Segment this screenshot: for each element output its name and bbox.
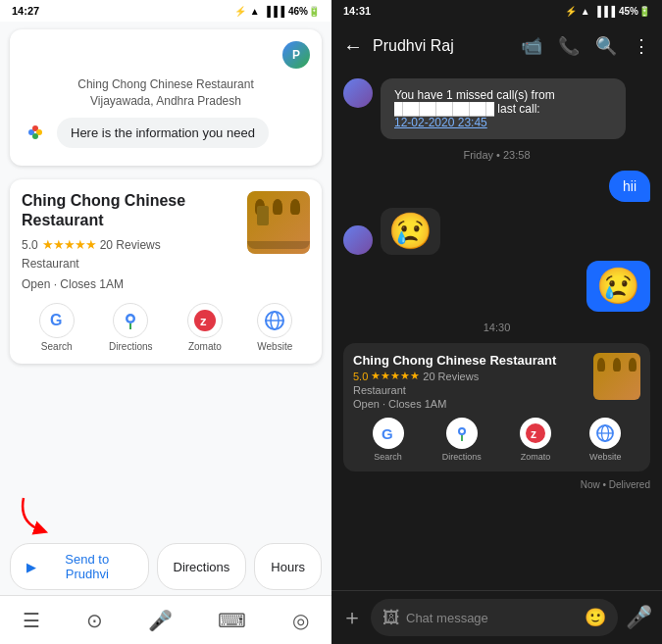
send-label: Send to Prudhvi (42, 552, 132, 581)
assistant-message: Here is the information you need (57, 118, 269, 148)
video-call-icon[interactable]: 📹 (521, 35, 542, 57)
emoji-button[interactable]: 🙂 (585, 607, 606, 628)
zomato-label: Zomato (188, 341, 222, 352)
left-time: 14:27 (12, 5, 39, 17)
shared-directions-label: Directions (442, 452, 482, 462)
hours-btn-label: Hours (271, 560, 305, 574)
action-btn-website[interactable]: Website (257, 303, 292, 352)
bottom-actions: ▶ Send to Prudhvi Directions Hours (0, 543, 331, 590)
shared-zomato-label: Zomato (521, 452, 551, 462)
shared-action-website[interactable]: Website (589, 418, 621, 462)
shared-card-header: Ching Chong Chinese Restaurant 5.0 ★★★★★… (353, 353, 640, 410)
contact-name: Prudhvi Raj (373, 37, 511, 55)
restaurant-status: Open · Closes 1AM (22, 275, 247, 293)
shared-stars: ★★★★★ (371, 370, 420, 382)
system-message: You have 1 missed call(s) from █████████… (381, 78, 626, 139)
shared-card-rating-row: 5.0 ★★★★★ 20 Reviews (353, 370, 556, 382)
website-label: Website (257, 341, 292, 352)
shared-card-thumbnail (593, 353, 640, 400)
right-bluetooth-icon: ⚡ (565, 6, 577, 17)
right-status-icons: ⚡ ▲ ▐▐▐ 45%🔋 (565, 6, 650, 17)
svg-text:z: z (531, 427, 536, 441)
shared-zomato-svg: z (526, 423, 545, 443)
shared-zomato-icon: z (520, 418, 551, 449)
bubble-hii: hii (609, 171, 650, 202)
emoji-sad-right: 😢 (586, 261, 650, 312)
missed-call-subtext2: last call: (497, 102, 539, 116)
restaurant-details: Ching Chong Chinese Restaurant 5.0 ★★★★★… (22, 191, 247, 294)
shared-action-directions[interactable]: Directions (442, 418, 482, 462)
action-btn-directions[interactable]: Directions (109, 303, 152, 352)
restaurant-thumb-img (247, 191, 310, 254)
stars-display: ★★★★★ (42, 237, 96, 252)
search-label: Search (41, 341, 73, 352)
svg-point-16 (460, 429, 464, 433)
time-divider-friday: Friday • 23:58 (343, 149, 650, 161)
directions-label: Directions (109, 341, 152, 352)
phone-call-icon[interactable]: 📞 (558, 35, 580, 57)
shared-action-zomato[interactable]: z Zomato (520, 418, 551, 462)
chat-input-area: ＋ 🖼 Chat message 🙂 🎤 (331, 590, 662, 644)
zomato-icon: z (187, 303, 223, 338)
system-message-text: You have 1 missed call(s) from █████████… (394, 88, 612, 129)
shared-type: Restaurant (353, 384, 556, 396)
arrow-indicator (14, 493, 63, 546)
restaurant-thumbnail (247, 191, 310, 254)
sticker-icon[interactable]: 🖼 (382, 608, 400, 628)
google-search-icon: G (39, 303, 75, 338)
signal-icon: ▐▐▐ (264, 6, 284, 17)
chat-input-container: 🖼 Chat message 🙂 (371, 599, 618, 636)
shared-maps-svg (452, 423, 472, 443)
svg-point-0 (22, 119, 49, 146)
svg-text:G: G (382, 425, 393, 442)
g-letter-icon: G (47, 310, 67, 332)
action-btn-zomato[interactable]: z Zomato (187, 303, 223, 352)
hours-button[interactable]: Hours (254, 543, 322, 590)
shared-status: Open · Closes 1AM (353, 398, 556, 410)
action-btn-search[interactable]: G Search (39, 303, 75, 352)
shared-maps-icon (446, 418, 478, 449)
restaurant-type: Restaurant (22, 255, 247, 272)
contact-avatar (343, 78, 373, 108)
microphone-icon[interactable]: 🎤 (148, 609, 173, 632)
back-button[interactable]: ← (343, 35, 363, 58)
menu-icon[interactable]: ☰ (23, 609, 40, 632)
restaurant-name: Ching Chong Chinese Restaurant (22, 191, 239, 232)
compass-icon[interactable]: ◎ (292, 609, 309, 632)
action-buttons-row: G Search Directions (22, 303, 310, 352)
search-chat-icon[interactable]: 🔍 (595, 35, 617, 57)
chat-input-field[interactable]: Chat message (406, 611, 579, 625)
stars-row: 5.0 ★★★★★ 20 Reviews (22, 237, 247, 252)
restaurant-header-text: Ching Chong Chinese Restaurant Vijayawad… (22, 76, 310, 110)
website-icon (257, 303, 292, 338)
missed-call-link[interactable]: 12-02-2020 23:45 (394, 116, 487, 129)
right-time: 14:31 (343, 5, 371, 17)
mic-button[interactable]: 🎤 (626, 605, 652, 630)
missed-call-text: You have 1 missed call(s) from (394, 88, 555, 102)
assistant-card: P Ching Chong Chinese Restaurant Vijayaw… (10, 29, 322, 166)
missed-call-subtext: ████████████ (394, 102, 497, 116)
directions-button[interactable]: Directions (157, 543, 247, 590)
send-to-prudhvi-button[interactable]: ▶ Send to Prudhvi (10, 543, 149, 590)
shared-action-search[interactable]: G Search (373, 418, 404, 462)
lens-icon[interactable]: ⊙ (86, 609, 103, 632)
left-status-icons: ⚡ ▲ ▐▐▐ 46%🔋 (234, 6, 320, 17)
shared-card-info: Ching Chong Chinese Restaurant 5.0 ★★★★★… (353, 353, 556, 410)
left-status-bar: 14:27 ⚡ ▲ ▐▐▐ 46%🔋 (0, 0, 331, 22)
header-icons: 📹 📞 🔍 ⋮ (521, 35, 650, 57)
svg-text:G: G (50, 312, 62, 328)
add-attachment-button[interactable]: ＋ (341, 603, 363, 632)
more-options-icon[interactable]: ⋮ (633, 35, 650, 57)
shared-globe-svg (595, 423, 615, 443)
delivered-text: Now • Delivered (343, 479, 650, 490)
svg-point-7 (128, 317, 133, 322)
shared-website-label: Website (589, 452, 621, 462)
directions-btn-label: Directions (174, 560, 230, 574)
rating-value: 5.0 (22, 238, 38, 252)
shared-google-icon: G (373, 418, 404, 449)
user-avatar: P (282, 41, 310, 69)
keyboard-icon[interactable]: ⌨ (218, 609, 246, 632)
svg-point-4 (32, 133, 38, 139)
svg-text:z: z (200, 314, 207, 328)
chat-header: ← Prudhvi Raj 📹 📞 🔍 ⋮ (331, 22, 662, 71)
